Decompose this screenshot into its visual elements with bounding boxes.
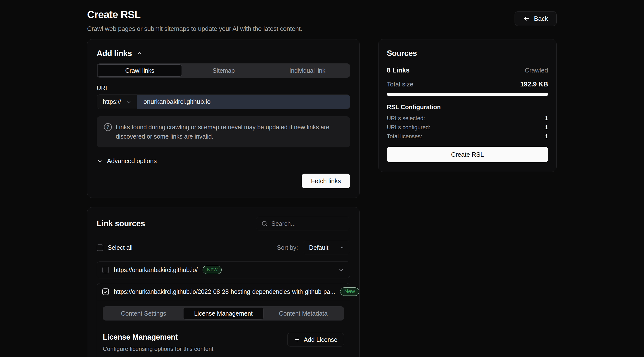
tab-license-management[interactable]: License Management <box>183 307 263 319</box>
tab-sitemap[interactable]: Sitemap <box>182 64 266 77</box>
page-header: Create RSL Crawl web pages or submit sit… <box>87 9 302 33</box>
fetch-row: Fetch links <box>97 174 350 188</box>
add-links-title: Add links <box>97 49 132 58</box>
link-sources-title: Link sources <box>97 219 145 228</box>
add-license-label: Add License <box>304 336 338 343</box>
create-rsl-button[interactable]: Create RSL <box>387 147 548 162</box>
sources-panel: Sources 8 Links Crawled Total size 192.9… <box>378 39 557 172</box>
chevron-down-icon <box>97 158 103 164</box>
license-section-title: License Management <box>103 333 213 341</box>
page-subtitle: Crawl web pages or submit sitemaps to up… <box>87 25 302 33</box>
search-box <box>256 217 350 230</box>
license-section-header: License Management Configure licensing o… <box>103 333 344 352</box>
total-size-label: Total size <box>387 81 413 88</box>
fetch-links-button[interactable]: Fetch links <box>302 174 350 188</box>
stat-value: 1 <box>545 133 548 140</box>
stat-label: Total licenses: <box>387 133 422 140</box>
stat-label: URLs selected: <box>387 115 425 122</box>
total-size-row: Total size 192.9 KB <box>387 81 548 88</box>
search-input[interactable] <box>271 220 350 227</box>
link-sources-panel: Link sources Select all Sort by: Default <box>87 207 360 357</box>
main-column: Add links Crawl links Sitemap Individual… <box>87 39 360 357</box>
link-row: https://onurkanbakirci.github.io/ New <box>97 261 350 278</box>
select-all-label: Select all <box>108 244 132 251</box>
stat-value: 1 <box>545 124 548 131</box>
sort-select-value: Default <box>309 244 328 251</box>
stat-value: 1 <box>545 115 548 122</box>
link-url: https://onurkanbakirci.github.io/2022-08… <box>114 288 335 295</box>
rsl-config-stats: URLs selected: 1 URLs configured: 1 Tota… <box>387 115 548 140</box>
new-badge: New <box>202 266 222 274</box>
add-links-tabs: Crawl links Sitemap Individual link <box>97 63 350 78</box>
sort-by-label: Sort by: <box>277 244 298 251</box>
link-sources-header: Link sources <box>97 217 350 230</box>
search-icon <box>261 220 268 227</box>
crawl-info-box: ? Links found during crawling or sitemap… <box>97 116 350 147</box>
stat-row: URLs configured: 1 <box>387 124 548 131</box>
rsl-config-title: RSL Configuration <box>387 104 548 111</box>
page-title: Create RSL <box>87 9 302 21</box>
advanced-options-label: Advanced options <box>107 157 157 165</box>
size-progress-fill <box>387 93 548 96</box>
chevron-down-icon[interactable] <box>338 266 344 273</box>
chevron-down-icon <box>339 245 345 250</box>
link-url: https://onurkanbakirci.github.io/ <box>114 266 198 273</box>
select-all[interactable]: Select all <box>97 244 132 251</box>
links-status: Crawled <box>525 67 548 74</box>
license-heading-block: License Management Configure licensing o… <box>103 333 213 352</box>
license-section-subtitle: Configure licensing options for this con… <box>103 345 213 352</box>
links-count: 8 Links <box>387 67 410 74</box>
url-label: URL <box>97 85 350 92</box>
size-progress-bar <box>387 93 548 96</box>
back-button[interactable]: Back <box>514 11 557 26</box>
link-row-header[interactable]: https://onurkanbakirci.github.io/ New <box>97 261 350 278</box>
new-badge: New <box>340 287 359 296</box>
help-circle-icon: ? <box>104 123 112 131</box>
protocol-select[interactable]: https:// <box>97 95 137 109</box>
tab-content-metadata[interactable]: Content Metadata <box>264 307 343 319</box>
create-rsl-page: Create RSL Crawl web pages or submit sit… <box>0 0 644 357</box>
link-checkbox[interactable] <box>102 267 109 273</box>
select-all-checkbox[interactable] <box>97 244 103 251</box>
add-links-panel: Add links Crawl links Sitemap Individual… <box>87 39 360 198</box>
advanced-options-toggle[interactable]: Advanced options <box>97 157 350 165</box>
stat-row: URLs selected: 1 <box>387 115 548 122</box>
list-controls: Select all Sort by: Default <box>97 241 350 254</box>
tab-crawl-links[interactable]: Crawl links <box>98 64 182 77</box>
crawl-info-text: Links found during crawling or sitemap r… <box>116 123 343 141</box>
link-row-detail: Content Settings License Management Cont… <box>97 300 350 357</box>
add-license-button[interactable]: Add License <box>287 333 344 346</box>
aside-column: Sources 8 Links Crawled Total size 192.9… <box>378 39 557 172</box>
detail-tabs: Content Settings License Management Cont… <box>103 306 344 320</box>
link-row-header[interactable]: https://onurkanbakirci.github.io/2022-08… <box>97 283 350 300</box>
url-input[interactable] <box>137 95 350 109</box>
sources-title: Sources <box>387 49 548 58</box>
tab-individual-link[interactable]: Individual link <box>266 64 349 77</box>
link-row-expanded: https://onurkanbakirci.github.io/2022-08… <box>97 283 350 357</box>
protocol-value: https:// <box>103 98 121 105</box>
add-links-header[interactable]: Add links <box>97 49 350 58</box>
sort-select[interactable]: Default <box>303 241 350 254</box>
links-summary-row: 8 Links Crawled <box>387 67 548 74</box>
link-checkbox-checked[interactable] <box>102 288 109 295</box>
arrow-left-icon <box>523 15 530 22</box>
back-button-label: Back <box>534 15 548 23</box>
stat-row: Total licenses: 1 <box>387 133 548 140</box>
total-size-value: 192.9 KB <box>520 81 548 88</box>
stat-label: URLs configured: <box>387 124 430 131</box>
tab-content-settings[interactable]: Content Settings <box>104 307 183 319</box>
url-input-group: https:// <box>97 95 350 109</box>
chevron-up-icon <box>136 50 143 57</box>
plus-icon <box>294 336 300 343</box>
sort-group: Sort by: Default <box>277 241 350 254</box>
chevron-down-icon <box>126 99 132 105</box>
